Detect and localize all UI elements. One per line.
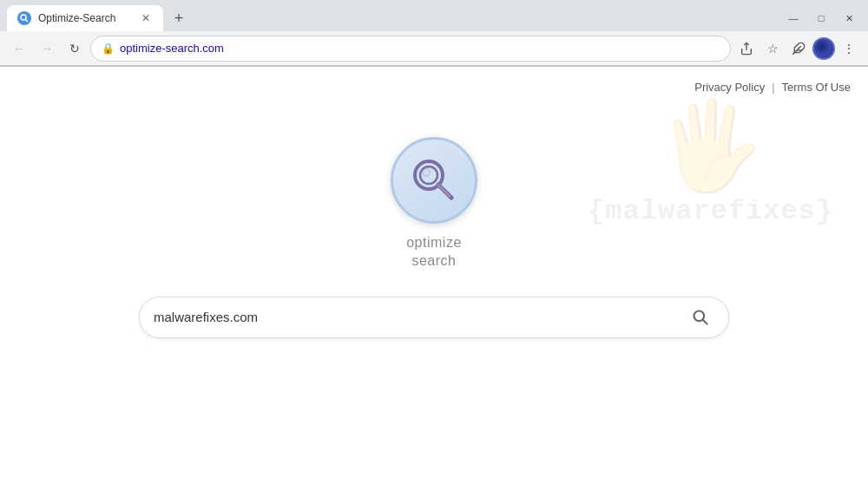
close-button[interactable]: ✕	[837, 6, 861, 30]
share-button[interactable]	[734, 36, 759, 61]
maximize-button[interactable]: □	[809, 6, 833, 30]
tab-close-button[interactable]: ✕	[139, 11, 153, 25]
nav-separator: |	[772, 81, 774, 94]
svg-line-1	[26, 20, 29, 23]
watermark-hand: 🖐	[656, 101, 765, 188]
page-content: 🖐 {malwarefixes} Privacy Policy | Terms …	[0, 67, 868, 503]
lock-icon: 🔒	[102, 42, 115, 55]
tab-title: Optimize-Search	[38, 12, 132, 24]
tab-favicon	[17, 11, 31, 25]
minimize-button[interactable]: —	[781, 6, 806, 30]
svg-line-11	[703, 320, 707, 324]
bookmark-button[interactable]: ☆	[760, 36, 785, 61]
forward-button[interactable]: →	[35, 36, 59, 61]
svg-line-9	[438, 185, 450, 196]
refresh-button[interactable]: ↻	[62, 36, 87, 61]
url-text: optimize-search.com	[120, 42, 720, 55]
logo-circle	[391, 137, 477, 224]
search-bar	[139, 297, 729, 338]
privacy-policy-link[interactable]: Privacy Policy	[694, 81, 765, 94]
logo-line2: search	[406, 252, 462, 271]
logo-svg	[408, 154, 460, 206]
top-nav: Privacy Policy | Terms Of Use	[0, 67, 868, 94]
nav-actions: ☆ ⋮	[734, 36, 861, 61]
nav-bar: ← → ↻ 🔒 optimize-search.com ☆ ⋮	[0, 31, 868, 66]
window-controls: — □ ✕	[781, 6, 861, 30]
search-input[interactable]	[154, 310, 687, 324]
search-submit-button[interactable]	[687, 304, 714, 331]
back-button[interactable]: ←	[7, 36, 31, 61]
logo-text: optimize search	[406, 234, 462, 271]
logo-area: optimize search	[391, 137, 477, 271]
profile-icon[interactable]	[812, 37, 835, 60]
svg-point-7	[423, 169, 430, 176]
title-bar: Optimize-Search ✕ + — □ ✕	[0, 0, 868, 31]
terms-of-use-link[interactable]: Terms Of Use	[782, 81, 851, 94]
watermark: 🖐 {malwarefixes}	[588, 101, 833, 227]
new-tab-button[interactable]: +	[167, 6, 191, 30]
active-tab[interactable]: Optimize-Search ✕	[7, 5, 163, 31]
menu-button[interactable]: ⋮	[837, 36, 861, 61]
browser-chrome: Optimize-Search ✕ + — □ ✕ ← → ↻ 🔒 optimi…	[0, 0, 868, 67]
logo-line1: optimize	[406, 234, 462, 252]
svg-point-0	[21, 15, 26, 20]
search-area	[139, 297, 729, 338]
extensions-button[interactable]	[786, 36, 811, 61]
address-bar[interactable]: 🔒 optimize-search.com	[90, 36, 731, 62]
watermark-text: {malwarefixes}	[588, 195, 833, 227]
